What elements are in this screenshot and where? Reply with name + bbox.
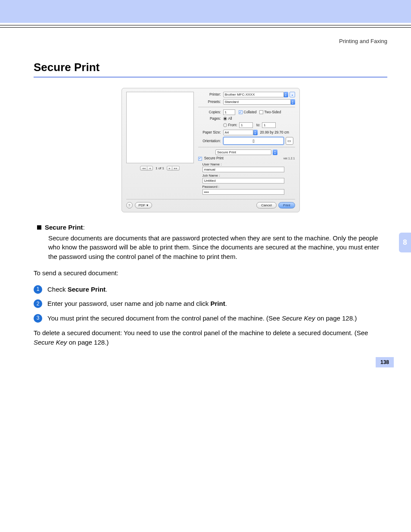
pdf-button[interactable]: PDF ▾ <box>135 202 152 208</box>
stepper-icon[interactable] <box>253 130 258 135</box>
orientation-label: Orientation: <box>198 139 223 143</box>
collated-checkbox[interactable]: ✓ <box>239 110 243 114</box>
from-label: From: <box>228 123 237 127</box>
delete-paragraph: To delete a secured document: You need t… <box>34 328 387 347</box>
top-bar <box>0 0 411 25</box>
twosided-checkbox[interactable]: ✓ <box>259 110 263 114</box>
to-label: to: <box>256 123 260 127</box>
page-preview <box>126 92 194 163</box>
papersize-select[interactable]: A4 <box>223 130 253 135</box>
bullet-paragraph: Secure documents are documents that are … <box>48 233 387 261</box>
twosided-label: Two-Sided <box>265 110 281 114</box>
presets-select[interactable]: Standard <box>223 99 291 105</box>
presets-label: Presets: <box>198 100 223 104</box>
print-dialog: ◂◂ │ ◂ 1 of 1 ▸ │ ▸▸ Printer: Brother MF… <box>121 88 300 212</box>
version-label: ver.1.2.1 <box>283 157 295 160</box>
orientation-portrait-button[interactable]: ▯ <box>223 137 284 145</box>
to-input[interactable]: 1 <box>262 122 276 128</box>
title-underline <box>34 77 387 78</box>
help-button[interactable]: ? <box>126 202 133 208</box>
pages-range-radio[interactable] <box>223 123 227 127</box>
from-input[interactable]: 1 <box>239 122 253 128</box>
bullet-icon <box>37 225 41 230</box>
stepper-icon[interactable] <box>290 99 295 105</box>
divider <box>198 107 295 107</box>
step-1-badge: 1 <box>34 285 42 294</box>
papersize-label: Paper Size: <box>198 131 223 134</box>
step-3-badge: 3 <box>34 314 42 323</box>
pages-all-radio[interactable] <box>223 117 227 121</box>
page-number: 138 <box>376 357 394 367</box>
step-2-text: Enter your password, user name and job n… <box>47 299 227 308</box>
nav-first-button[interactable]: ◂◂ │ ◂ <box>140 166 153 171</box>
pages-label: Pages: <box>198 117 223 121</box>
step-3-text: You must print the secured document from… <box>47 314 357 323</box>
step-2-badge: 2 <box>34 299 42 308</box>
stepper-icon[interactable] <box>273 149 277 155</box>
copies-label: Copies: <box>198 110 223 114</box>
print-button[interactable]: Print <box>278 202 295 208</box>
username-input[interactable]: manual <box>202 167 284 172</box>
password-label: Password : <box>202 185 295 189</box>
collated-label: Collated <box>244 110 257 114</box>
send-intro: To send a secured document: <box>34 268 387 278</box>
nav-last-button[interactable]: ▸ │ ▸▸ <box>167 166 180 171</box>
printer-select[interactable]: Brother MFC-XXXX <box>223 92 284 97</box>
step-1-text: Check Secure Print. <box>47 285 107 294</box>
papersize-dim: 20.99 by 29.70 cm <box>260 131 289 134</box>
username-label: User Name : <box>202 162 295 166</box>
expand-button[interactable]: ▴ <box>290 92 295 97</box>
password-input[interactable]: •••• <box>202 189 284 195</box>
pages-all-label: All <box>228 117 232 121</box>
orientation-landscape-button[interactable]: ▭ <box>286 137 293 145</box>
bullet-title: Secure Print <box>45 224 83 231</box>
jobname-input[interactable]: Untitled <box>202 178 284 184</box>
secureprint-checkbox[interactable]: ✓ <box>198 157 202 161</box>
secureprint-label: Secure Print <box>204 156 224 160</box>
stepper-icon[interactable] <box>283 92 288 97</box>
divider <box>198 147 295 147</box>
printer-label: Printer: <box>198 93 223 96</box>
copies-input[interactable]: 1 <box>223 109 235 115</box>
nav-count: 1 of 1 <box>156 166 164 170</box>
panel-select[interactable]: Secure Print <box>215 149 271 155</box>
page-title: Secure Print <box>34 61 387 74</box>
jobname-label: Job Name : <box>202 174 295 177</box>
cancel-button[interactable]: Cancel <box>256 202 277 208</box>
